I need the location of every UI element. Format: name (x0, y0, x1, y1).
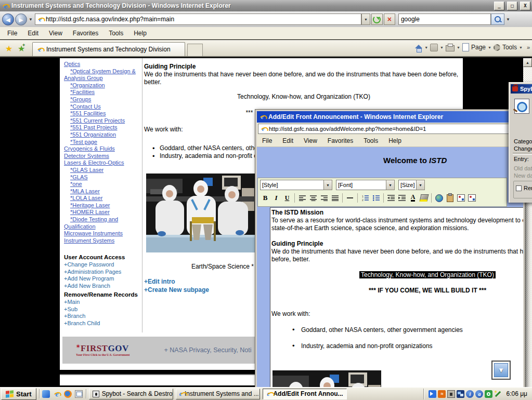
sidebar-link[interactable]: *Optical System Design & Analysis Group (64, 68, 143, 82)
sidebar-link[interactable]: Cryogenics & Fluids (64, 145, 143, 153)
sidebar-link[interactable]: *Contact Us (64, 103, 143, 111)
taskbar-button-istd[interactable]: e Instrument Systems and ... (176, 389, 260, 399)
start-button[interactable]: Start (1, 388, 36, 400)
paste-icon[interactable] (445, 193, 455, 203)
sidebar-link[interactable]: *551 Facilities (64, 110, 143, 117)
sidebar-link[interactable]: Detector Systems (64, 153, 143, 160)
justify-icon[interactable] (330, 193, 340, 203)
sidebar-record-link[interactable]: +Branch Child (64, 320, 143, 327)
popup-menu-item[interactable]: Edit (277, 136, 299, 145)
popup-menu-item[interactable]: Tools (358, 136, 383, 145)
tray-security-icon[interactable] (447, 390, 455, 398)
search-input[interactable]: google (398, 14, 491, 25)
popup-menu-item[interactable]: Favorites (322, 136, 358, 145)
print-icon[interactable] (446, 45, 455, 51)
address-dropdown-button[interactable]: ▼ (361, 14, 370, 25)
search-options-icon[interactable]: ▼ (506, 17, 510, 22)
firstgov-logo[interactable]: ✶FIRSTGOV Your First Click to the U.S. G… (76, 344, 130, 356)
tray-scan-wand-icon[interactable] (494, 390, 502, 398)
outdent-icon[interactable] (386, 193, 396, 203)
sidebar-record-link[interactable]: +Main (64, 299, 143, 306)
page-dropdown-icon[interactable]: ▼ (488, 46, 491, 49)
popup-address-input[interactable]: e http://istd.gsfc.nasa.gov/addWelcome.p… (258, 124, 522, 134)
new-tab-stub[interactable] (187, 44, 203, 56)
sidebar-link[interactable]: *Groups (64, 96, 143, 103)
toolbar-overflow-chevron[interactable]: » (527, 44, 530, 50)
sidebar-link[interactable]: Microwave Instruments (64, 230, 143, 237)
menu-item[interactable]: Favorites (68, 29, 103, 38)
sidebar-link[interactable]: Instrument Systems (64, 237, 143, 245)
tools-dropdown-icon[interactable]: ▼ (519, 46, 523, 49)
menu-item[interactable]: Help (128, 29, 152, 38)
sidebar-record-link[interactable]: +Sub (64, 306, 143, 313)
popup-titlebar[interactable]: e Add/Edit Front Announcement - Windows … (257, 111, 523, 123)
close-button[interactable]: X (520, 2, 530, 10)
italic-button[interactable]: I (271, 193, 281, 203)
tray-update-icon[interactable] (429, 390, 436, 398)
quick-launch-window-icon[interactable] (42, 390, 50, 398)
sidebar-link[interactable]: *Organization (64, 82, 143, 89)
tray-network-icon[interactable] (457, 390, 464, 398)
sidebar-link[interactable]: *Diode Testing and Qualification (64, 216, 143, 230)
size-dropdown-icon[interactable]: ▼ (416, 180, 425, 190)
sidebar-link[interactable]: *GLAS (64, 174, 143, 181)
tray-adwatch-eye-icon[interactable] (485, 390, 492, 398)
menu-item[interactable]: Edit (22, 29, 44, 38)
horizontal-rule-icon[interactable] (345, 193, 355, 203)
rich-text-editor[interactable]: The ISTD MissionTo serve as a resource f… (270, 207, 523, 388)
sidebar-link[interactable]: *551 Organization (64, 131, 143, 139)
minimize-button[interactable]: _ (494, 2, 504, 10)
font-dropdown-icon[interactable]: ▼ (386, 180, 395, 190)
quick-launch-ie-icon[interactable]: e (53, 390, 61, 398)
show-desktop-icon[interactable] (75, 390, 83, 398)
page-menu-button[interactable]: Page (471, 44, 486, 51)
quick-launch-firefox-icon[interactable] (64, 390, 72, 398)
tray-a-icon[interactable]: a (475, 390, 483, 398)
popup-menu-item[interactable]: View (299, 136, 322, 145)
font-select[interactable]: [Font]▼ (336, 180, 395, 190)
taskbar-button-spybot[interactable]: Spybot - Search & Destroy (89, 389, 173, 399)
sidebar-link[interactable]: Optics (64, 61, 143, 68)
sidebar-link[interactable]: *HOMER Laser (64, 209, 143, 216)
hyperlink-icon[interactable] (434, 193, 444, 203)
sidebar-link[interactable]: *Test page (64, 139, 143, 146)
search-button[interactable] (491, 14, 504, 25)
sidebar-link[interactable]: *551 Current Projects (64, 117, 143, 125)
popup-menu-item[interactable]: File (257, 136, 277, 145)
align-right-icon[interactable] (319, 193, 329, 203)
insert-media-icon[interactable] (466, 193, 477, 203)
sidebar-link[interactable]: *LOLA Laser (64, 195, 143, 202)
stop-button[interactable]: × (384, 14, 395, 25)
home-icon[interactable] (415, 45, 422, 48)
add-favorite-icon[interactable]: ★ (18, 44, 25, 54)
menu-item[interactable]: View (44, 29, 68, 38)
sidebar-link[interactable]: *MLA Laser (64, 188, 143, 195)
size-select[interactable]: [Size]▼ (398, 180, 425, 190)
nasa-privacy-link[interactable]: + NASA Privacy, Security, Noti (164, 346, 252, 354)
highlight-icon[interactable] (419, 193, 429, 203)
font-color-icon[interactable]: A (408, 193, 418, 203)
sidebar-link[interactable]: Lasers & Electro-Optics (64, 159, 143, 167)
sidebar-admin-link[interactable]: +Add New Branch (64, 283, 143, 290)
sidebar-link[interactable]: *Facilities (64, 89, 143, 96)
style-dropdown-icon[interactable]: ▼ (323, 180, 332, 190)
style-select[interactable]: [Style]▼ (260, 180, 332, 190)
sidebar-admin-link[interactable]: +Administration Pages (64, 269, 143, 276)
popup-menu-item[interactable]: Help (383, 136, 407, 145)
insert-image-icon[interactable] (456, 193, 466, 203)
print-dropdown-icon[interactable]: ▼ (457, 46, 460, 49)
forward-button[interactable]: ▶ (15, 14, 27, 25)
sidebar-link[interactable]: *one (64, 181, 143, 188)
spybot-titlebar[interactable]: Spyb (511, 84, 532, 94)
unordered-list-icon[interactable] (371, 193, 381, 203)
underline-button[interactable]: U (282, 193, 292, 203)
back-button[interactable]: ◀ (2, 14, 14, 25)
scroll-down-button[interactable]: ▼ (491, 361, 511, 380)
scroll-up-icon[interactable]: ▲ (523, 58, 532, 67)
sidebar-link[interactable]: *GLAS Laser (64, 167, 143, 174)
page-menu-icon[interactable] (462, 43, 469, 51)
sidebar-admin-link[interactable]: +Add New Program (64, 275, 143, 283)
menu-item[interactable]: Tools (103, 29, 128, 38)
gear-icon[interactable] (494, 44, 500, 51)
rss-feed-icon[interactable] (430, 44, 438, 51)
